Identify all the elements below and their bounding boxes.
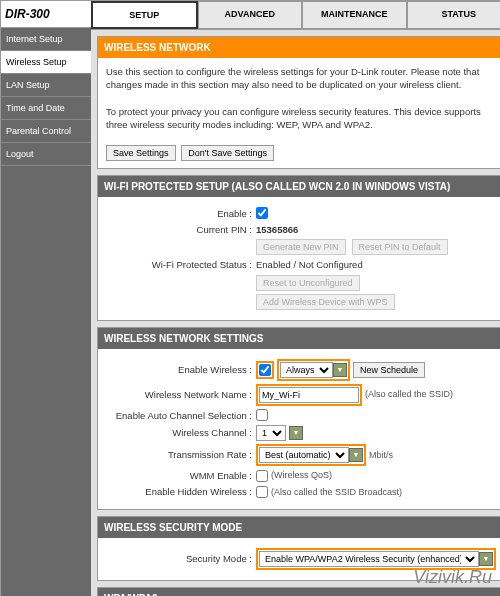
reset-pin-button[interactable]: Reset PIN to Default [352, 239, 448, 255]
section-title-security: WIRELESS SECURITY MODE [98, 517, 500, 538]
hidden-checkbox[interactable] [256, 486, 268, 498]
sidebar: DIR-300 Internet Setup Wireless Setup LA… [1, 1, 91, 596]
wmm-label: WMM Enable : [106, 469, 256, 482]
wps-pin-value: 15365866 [256, 223, 298, 236]
network-name-input[interactable] [259, 387, 359, 403]
section-title-wns: WIRELESS NETWORK SETTINGS [98, 328, 500, 349]
network-name-label: Wireless Network Name : [106, 388, 256, 401]
wn-desc1: Use this section to configure the wirele… [106, 65, 496, 92]
security-mode-select[interactable]: Enable WPA/WPA2 Wireless Security (enhan… [259, 551, 479, 567]
sidebar-item-lan[interactable]: LAN Setup [1, 74, 91, 97]
device-logo: DIR-300 [1, 1, 91, 28]
auto-channel-checkbox[interactable] [256, 409, 268, 421]
wps-status-value: Enabled / Not Configured [256, 258, 363, 271]
schedule-select[interactable]: Always [280, 362, 333, 378]
tab-setup[interactable]: SETUP [91, 1, 198, 29]
sidebar-item-internet[interactable]: Internet Setup [1, 28, 91, 51]
wmm-note: (Wireless QoS) [271, 469, 332, 482]
main-panel: SETUP ADVANCED MAINTENANCE STATUS WIRELE… [91, 1, 500, 596]
wmm-checkbox[interactable] [256, 470, 268, 482]
enable-wireless-label: Enable Wireless : [106, 363, 256, 376]
wps-enable-label: Enable : [106, 207, 256, 220]
top-tabs: SETUP ADVANCED MAINTENANCE STATUS [91, 1, 500, 30]
tab-status[interactable]: STATUS [407, 1, 501, 29]
channel-label: Wireless Channel : [106, 426, 256, 439]
channel-select[interactable]: 1 [256, 425, 286, 441]
chevron-down-icon: ▼ [289, 426, 303, 440]
rate-label: Transmission Rate : [106, 448, 256, 461]
dont-save-button[interactable]: Don't Save Settings [181, 145, 274, 161]
rate-select[interactable]: Best (automatic) [259, 447, 349, 463]
sidebar-item-logout[interactable]: Logout [1, 143, 91, 166]
tab-maintenance[interactable]: MAINTENANCE [302, 1, 407, 29]
chevron-down-icon: ▼ [333, 363, 347, 377]
wps-status-label: Wi-Fi Protected Status : [106, 258, 256, 271]
wps-enable-checkbox[interactable] [256, 207, 268, 219]
hidden-note: (Also called the SSID Broadcast) [271, 486, 402, 499]
section-title-wps: WI-FI PROTECTED SETUP (ALSO CALLED WCN 2… [98, 176, 500, 197]
chevron-down-icon: ▼ [479, 552, 493, 566]
save-button[interactable]: Save Settings [106, 145, 176, 161]
watermark: Vizivik.Ru [413, 567, 492, 588]
add-wps-device-button[interactable]: Add Wireless Device with WPS [256, 294, 395, 310]
security-mode-label: Security Mode : [106, 552, 256, 565]
section-title-wireless-network: WIRELESS NETWORK [98, 37, 500, 58]
section-title-wpa: WPA/WPA2 [98, 588, 500, 596]
wn-desc2: To protect your privacy you can configur… [106, 105, 496, 132]
tab-advanced[interactable]: ADVANCED [198, 1, 303, 29]
new-schedule-button[interactable]: New Schedule [353, 362, 425, 378]
wps-pin-label: Current PIN : [106, 223, 256, 236]
sidebar-item-time[interactable]: Time and Date [1, 97, 91, 120]
hidden-label: Enable Hidden Wireless : [106, 485, 256, 498]
chevron-down-icon: ▼ [349, 448, 363, 462]
enable-wireless-checkbox[interactable] [259, 364, 271, 376]
reset-unconfigured-button[interactable]: Reset to Unconfigured [256, 275, 360, 291]
mbit-label: Mbit/s [369, 449, 393, 462]
sidebar-item-parental[interactable]: Parental Control [1, 120, 91, 143]
generate-pin-button[interactable]: Generate New PIN [256, 239, 346, 255]
auto-channel-label: Enable Auto Channel Selection : [106, 409, 256, 422]
sidebar-item-wireless[interactable]: Wireless Setup [1, 51, 91, 74]
ssid-note: (Also called the SSID) [365, 388, 453, 401]
